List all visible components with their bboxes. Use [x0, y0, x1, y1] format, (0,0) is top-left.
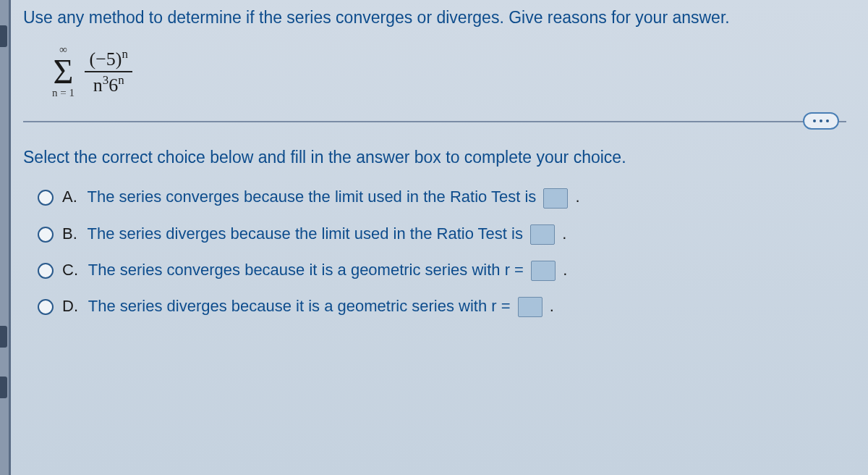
- choice-d-label: D. The series diverges because it is a g…: [62, 297, 554, 317]
- choice-d: D. The series diverges because it is a g…: [38, 297, 846, 317]
- edge-mark: [0, 326, 7, 348]
- question-prompt: Use any method to determine if the serie…: [23, 6, 846, 29]
- denominator: n36n: [93, 72, 124, 96]
- edge-mark: [0, 25, 7, 47]
- more-options-button[interactable]: [803, 112, 839, 130]
- radio-d[interactable]: [38, 299, 54, 315]
- answer-input-c[interactable]: [531, 261, 556, 281]
- choice-list: A. The series converges because the limi…: [23, 188, 846, 317]
- radio-a[interactable]: [38, 190, 54, 206]
- choice-b-label: B. The series diverges because the limit…: [62, 224, 566, 245]
- choice-a-label: A. The series converges because the limi…: [62, 188, 580, 208]
- edge-mark: [0, 377, 7, 398]
- series-formula: ∞ Σ n = 1 (−5)n n36n: [52, 43, 846, 99]
- sum-lower: n = 1: [52, 87, 75, 99]
- answer-input-d[interactable]: [518, 297, 542, 317]
- radio-c[interactable]: [38, 263, 54, 279]
- answer-input-b[interactable]: [530, 224, 555, 245]
- choice-b: B. The series diverges because the limit…: [38, 224, 846, 245]
- instruction-text: Select the correct choice below and fill…: [23, 148, 846, 167]
- choice-c: C. The series converges because it is a …: [38, 261, 846, 281]
- choice-c-label: C. The series converges because it is a …: [62, 261, 567, 281]
- answer-input-a[interactable]: [543, 188, 568, 209]
- sigma-icon: Σ: [54, 56, 74, 87]
- radio-b[interactable]: [38, 227, 54, 243]
- choice-a: A. The series converges because the limi…: [38, 188, 846, 208]
- section-divider: [23, 121, 846, 122]
- fraction: (−5)n n36n: [85, 48, 132, 96]
- numerator: (−5)n: [85, 48, 132, 72]
